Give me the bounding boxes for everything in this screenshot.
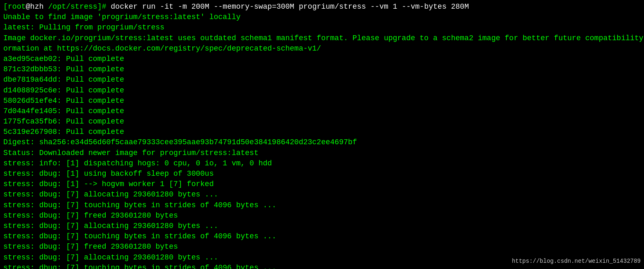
terminal-line: latest: Pulling from progrium/stress	[3, 22, 641, 33]
terminal-line: stress: dbug: [7] touching bytes in stri…	[3, 200, 641, 211]
terminal-line: stress: dbug: [7] freed 293601280 bytes	[3, 242, 641, 252]
terminal-line: stress: dbug: [7] freed 293601280 bytes	[3, 211, 641, 221]
terminal-line: 871c32dbbb53: Pull complete	[3, 64, 641, 75]
terminal-line: a3ed95caeb02: Pull complete	[3, 54, 641, 64]
terminal-content: [root@hzh /opt/stress]# docker run -it -…	[3, 2, 641, 269]
terminal-line: Digest: sha256:e34d56d60f5caae79333cee39…	[3, 137, 641, 148]
terminal-line: 5c319e267908: Pull complete	[3, 127, 641, 137]
terminal-line: stress: dbug: [1] using backoff sleep of…	[3, 169, 641, 179]
terminal-line: stress: dbug: [7] touching bytes in stri…	[3, 231, 641, 242]
terminal-line: 58026d51efe4: Pull complete	[3, 96, 641, 106]
terminal-line: d14088925c6e: Pull complete	[3, 85, 641, 96]
terminal-line: Status: Downloaded newer image for progr…	[3, 148, 641, 158]
terminal-line: 1775fca35fb6: Pull complete	[3, 116, 641, 127]
watermark: https://blog.csdn.net/weixin_51432789	[512, 257, 641, 266]
terminal-line: stress: dbug: [7] allocating 293601280 b…	[3, 221, 641, 231]
terminal-line: stress: dbug: [7] allocating 293601280 b…	[3, 189, 641, 200]
terminal-line: stress: dbug: [1] --> hogvm worker 1 [7]…	[3, 179, 641, 189]
terminal-line: Image docker.io/progrium/stress:latest u…	[3, 33, 641, 44]
terminal-line: dbe7819a64dd: Pull complete	[3, 75, 641, 85]
terminal-line: 7d04a4fe1405: Pull complete	[3, 106, 641, 116]
terminal-line: Unable to find image 'progrium/stress:la…	[3, 12, 641, 22]
terminal-window: [root@hzh /opt/stress]# docker run -it -…	[0, 0, 644, 269]
terminal-line: stress: info: [1] dispatching hogs: 0 cp…	[3, 158, 641, 169]
terminal-line: ormation at https://docs.docker.com/regi…	[3, 44, 641, 54]
terminal-line: [root@hzh /opt/stress]# docker run -it -…	[3, 2, 641, 12]
